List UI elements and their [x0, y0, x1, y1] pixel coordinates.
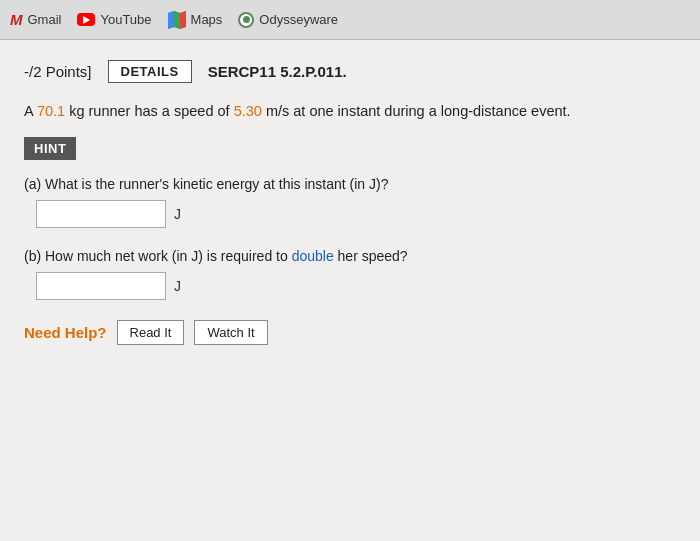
youtube-icon: [77, 13, 95, 26]
svg-marker-2: [174, 11, 180, 29]
problem-text-after: m/s at one instant during a long-distanc…: [262, 103, 571, 119]
svg-marker-3: [180, 11, 186, 29]
part-b-highlight: double: [292, 248, 334, 264]
part-b-label: (b) How much net work (in J) is required…: [24, 248, 676, 264]
part-b-section: (b) How much net work (in J) is required…: [24, 248, 676, 300]
main-content: -/2 Points] DETAILS SERCP11 5.2.P.011. A…: [0, 40, 700, 541]
gmail-icon: M: [10, 11, 23, 28]
youtube-play-icon: [83, 16, 90, 24]
need-help-label: Need Help?: [24, 324, 107, 341]
part-b-input[interactable]: [36, 272, 166, 300]
gmail-label: Gmail: [28, 12, 62, 27]
tab-maps[interactable]: Maps: [168, 11, 223, 29]
part-a-answer-row: J: [36, 200, 676, 228]
part-b-text-after: her speed?: [334, 248, 408, 264]
problem-text-middle: kg runner has a speed of: [65, 103, 233, 119]
tab-bar: M Gmail YouTube Maps Odysseyware: [0, 0, 700, 40]
part-a-input[interactable]: [36, 200, 166, 228]
hint-button[interactable]: HINT: [24, 137, 76, 160]
odysseyware-inner-icon: [243, 16, 250, 23]
header-row: -/2 Points] DETAILS SERCP11 5.2.P.011.: [24, 60, 676, 83]
watch-it-button[interactable]: Watch It: [194, 320, 267, 345]
read-it-button[interactable]: Read It: [117, 320, 185, 345]
speed-value: 5.30: [234, 103, 262, 119]
problem-code: SERCP11 5.2.P.011.: [208, 63, 347, 80]
mass-value: 70.1: [37, 103, 65, 119]
youtube-label: YouTube: [100, 12, 151, 27]
points-label: -/2 Points]: [24, 63, 92, 80]
need-help-row: Need Help? Read It Watch It: [24, 320, 676, 345]
part-b-unit: J: [174, 278, 181, 294]
odysseyware-icon: [238, 12, 254, 28]
maps-label: Maps: [191, 12, 223, 27]
tab-gmail[interactable]: M Gmail: [10, 11, 61, 28]
details-button[interactable]: DETAILS: [108, 60, 192, 83]
maps-icon: [168, 11, 186, 29]
tab-youtube[interactable]: YouTube: [77, 12, 151, 27]
part-b-text-before: (b) How much net work (in J) is required…: [24, 248, 292, 264]
tab-odysseyware[interactable]: Odysseyware: [238, 12, 338, 28]
problem-statement: A 70.1 kg runner has a speed of 5.30 m/s…: [24, 101, 676, 123]
part-a-label: (a) What is the runner's kinetic energy …: [24, 176, 676, 192]
part-a-unit: J: [174, 206, 181, 222]
part-a-section: (a) What is the runner's kinetic energy …: [24, 176, 676, 228]
part-b-answer-row: J: [36, 272, 676, 300]
problem-text-before: A: [24, 103, 37, 119]
svg-marker-1: [168, 11, 174, 29]
odysseyware-label: Odysseyware: [259, 12, 338, 27]
